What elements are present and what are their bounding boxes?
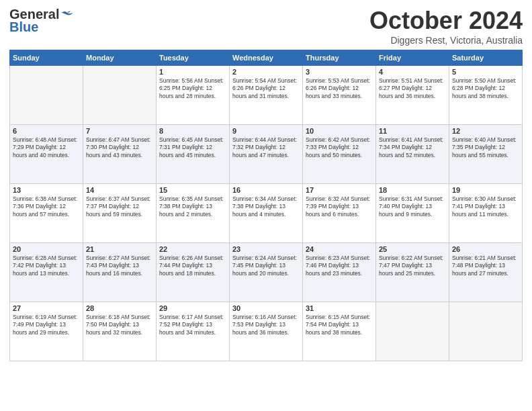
day-number: 19 (452, 186, 519, 194)
day-info: Sunrise: 6:34 AM Sunset: 7:38 PM Dayligh… (232, 195, 300, 218)
day-number: 3 (306, 68, 373, 76)
day-number: 12 (452, 127, 519, 135)
day-info: Sunrise: 6:44 AM Sunset: 7:32 PM Dayligh… (232, 136, 300, 159)
table-row: 8Sunrise: 6:45 AM Sunset: 7:31 PM Daylig… (157, 125, 230, 184)
table-row: 29Sunrise: 6:17 AM Sunset: 7:52 PM Dayli… (157, 302, 230, 361)
day-info: Sunrise: 6:40 AM Sunset: 7:35 PM Dayligh… (452, 136, 519, 159)
day-info: Sunrise: 6:21 AM Sunset: 7:48 PM Dayligh… (452, 255, 519, 277)
table-row: 23Sunrise: 6:24 AM Sunset: 7:45 PM Dayli… (230, 243, 303, 302)
day-info: Sunrise: 6:26 AM Sunset: 7:44 PM Dayligh… (159, 255, 226, 277)
table-row: 12Sunrise: 6:40 AM Sunset: 7:35 PM Dayli… (449, 125, 523, 184)
table-row: 30Sunrise: 6:16 AM Sunset: 7:53 PM Dayli… (230, 302, 303, 361)
day-info: Sunrise: 6:31 AM Sunset: 7:40 PM Dayligh… (379, 195, 446, 218)
day-info: Sunrise: 6:30 AM Sunset: 7:41 PM Dayligh… (452, 195, 519, 218)
table-row: 15Sunrise: 6:35 AM Sunset: 7:38 PM Dayli… (157, 184, 230, 243)
day-number: 4 (379, 68, 446, 76)
table-row: 19Sunrise: 6:30 AM Sunset: 7:41 PM Dayli… (449, 184, 523, 243)
header-row: Sunday Monday Tuesday Wednesday Thursday… (10, 50, 523, 66)
day-number: 11 (379, 127, 446, 135)
day-number: 30 (232, 304, 300, 312)
day-number: 7 (86, 127, 153, 135)
table-row: 31Sunrise: 6:15 AM Sunset: 7:54 PM Dayli… (303, 302, 376, 361)
day-info: Sunrise: 6:27 AM Sunset: 7:43 PM Dayligh… (86, 255, 153, 277)
day-number: 21 (86, 245, 153, 253)
day-info: Sunrise: 6:41 AM Sunset: 7:34 PM Dayligh… (379, 136, 446, 159)
day-number: 1 (159, 68, 226, 76)
table-row: 17Sunrise: 6:32 AM Sunset: 7:39 PM Dayli… (303, 184, 376, 243)
title-block: October 2024 Diggers Rest, Victoria, Aus… (369, 7, 523, 46)
calendar-week-row: 13Sunrise: 6:38 AM Sunset: 7:36 PM Dayli… (10, 184, 523, 243)
day-info: Sunrise: 6:28 AM Sunset: 7:42 PM Dayligh… (13, 255, 80, 277)
table-row: 28Sunrise: 6:18 AM Sunset: 7:50 PM Dayli… (83, 302, 157, 361)
table-row: 10Sunrise: 6:42 AM Sunset: 7:33 PM Dayli… (303, 125, 376, 184)
table-row: 24Sunrise: 6:23 AM Sunset: 7:46 PM Dayli… (303, 243, 376, 302)
day-number: 22 (159, 245, 226, 253)
day-number: 27 (13, 304, 80, 312)
day-number: 18 (379, 186, 446, 194)
col-sunday: Sunday (10, 50, 83, 66)
table-row: 6Sunrise: 6:48 AM Sunset: 7:29 PM Daylig… (10, 125, 83, 184)
table-row (449, 302, 523, 361)
day-info: Sunrise: 6:37 AM Sunset: 7:37 PM Dayligh… (86, 195, 153, 218)
day-info: Sunrise: 6:17 AM Sunset: 7:52 PM Dayligh… (159, 314, 226, 336)
table-row: 21Sunrise: 6:27 AM Sunset: 7:43 PM Dayli… (83, 243, 157, 302)
header: General Blue October 2024 Diggers Rest, … (9, 7, 523, 46)
day-number: 31 (306, 304, 373, 312)
day-number: 15 (159, 186, 226, 194)
logo-blue: Blue (9, 19, 38, 35)
day-number: 2 (232, 68, 300, 76)
day-info: Sunrise: 6:38 AM Sunset: 7:36 PM Dayligh… (13, 195, 80, 218)
day-number: 6 (13, 127, 80, 135)
day-info: Sunrise: 5:53 AM Sunset: 6:26 PM Dayligh… (306, 77, 373, 100)
day-info: Sunrise: 6:15 AM Sunset: 7:54 PM Dayligh… (306, 314, 373, 336)
month-title: October 2024 (369, 7, 523, 35)
table-row: 9Sunrise: 6:44 AM Sunset: 7:32 PM Daylig… (230, 125, 303, 184)
calendar-week-row: 20Sunrise: 6:28 AM Sunset: 7:42 PM Dayli… (10, 243, 523, 302)
day-number: 23 (232, 245, 300, 253)
day-info: Sunrise: 6:22 AM Sunset: 7:47 PM Dayligh… (379, 255, 446, 277)
table-row (10, 66, 83, 125)
col-monday: Monday (83, 50, 157, 66)
logo: General Blue (9, 7, 74, 35)
table-row: 2Sunrise: 5:54 AM Sunset: 6:26 PM Daylig… (230, 66, 303, 125)
table-row: 14Sunrise: 6:37 AM Sunset: 7:37 PM Dayli… (83, 184, 157, 243)
table-row: 3Sunrise: 5:53 AM Sunset: 6:26 PM Daylig… (303, 66, 376, 125)
table-row: 18Sunrise: 6:31 AM Sunset: 7:40 PM Dayli… (376, 184, 449, 243)
day-info: Sunrise: 5:56 AM Sunset: 6:25 PM Dayligh… (159, 77, 226, 100)
calendar-week-row: 27Sunrise: 6:19 AM Sunset: 7:49 PM Dayli… (10, 302, 523, 361)
table-row: 25Sunrise: 6:22 AM Sunset: 7:47 PM Dayli… (376, 243, 449, 302)
table-row: 22Sunrise: 6:26 AM Sunset: 7:44 PM Dayli… (157, 243, 230, 302)
col-thursday: Thursday (303, 50, 376, 66)
day-number: 16 (232, 186, 300, 194)
table-row: 5Sunrise: 5:50 AM Sunset: 6:28 PM Daylig… (449, 66, 523, 125)
day-number: 14 (86, 186, 153, 194)
table-row: 26Sunrise: 6:21 AM Sunset: 7:48 PM Dayli… (449, 243, 523, 302)
day-number: 28 (86, 304, 153, 312)
table-row (376, 302, 449, 361)
location-subtitle: Diggers Rest, Victoria, Australia (369, 35, 523, 46)
day-info: Sunrise: 6:42 AM Sunset: 7:33 PM Dayligh… (306, 136, 373, 159)
col-wednesday: Wednesday (230, 50, 303, 66)
calendar-week-row: 1Sunrise: 5:56 AM Sunset: 6:25 PM Daylig… (10, 66, 523, 125)
table-row: 16Sunrise: 6:34 AM Sunset: 7:38 PM Dayli… (230, 184, 303, 243)
table-row: 13Sunrise: 6:38 AM Sunset: 7:36 PM Dayli… (10, 184, 83, 243)
day-info: Sunrise: 6:35 AM Sunset: 7:38 PM Dayligh… (159, 195, 226, 218)
day-number: 13 (13, 186, 80, 194)
col-tuesday: Tuesday (157, 50, 230, 66)
day-info: Sunrise: 6:16 AM Sunset: 7:53 PM Dayligh… (232, 314, 300, 336)
day-info: Sunrise: 6:18 AM Sunset: 7:50 PM Dayligh… (86, 314, 153, 336)
table-row: 11Sunrise: 6:41 AM Sunset: 7:34 PM Dayli… (376, 125, 449, 184)
day-info: Sunrise: 6:48 AM Sunset: 7:29 PM Dayligh… (13, 136, 80, 159)
day-info: Sunrise: 6:32 AM Sunset: 7:39 PM Dayligh… (306, 195, 373, 218)
table-row (83, 66, 157, 125)
day-info: Sunrise: 5:54 AM Sunset: 6:26 PM Dayligh… (232, 77, 300, 100)
col-saturday: Saturday (449, 50, 523, 66)
day-number: 5 (452, 68, 519, 76)
day-number: 17 (306, 186, 373, 194)
day-info: Sunrise: 6:23 AM Sunset: 7:46 PM Dayligh… (306, 255, 373, 277)
day-number: 9 (232, 127, 300, 135)
table-row: 7Sunrise: 6:47 AM Sunset: 7:30 PM Daylig… (83, 125, 157, 184)
table-row: 4Sunrise: 5:51 AM Sunset: 6:27 PM Daylig… (376, 66, 449, 125)
day-number: 25 (379, 245, 446, 253)
calendar-week-row: 6Sunrise: 6:48 AM Sunset: 7:29 PM Daylig… (10, 125, 523, 184)
